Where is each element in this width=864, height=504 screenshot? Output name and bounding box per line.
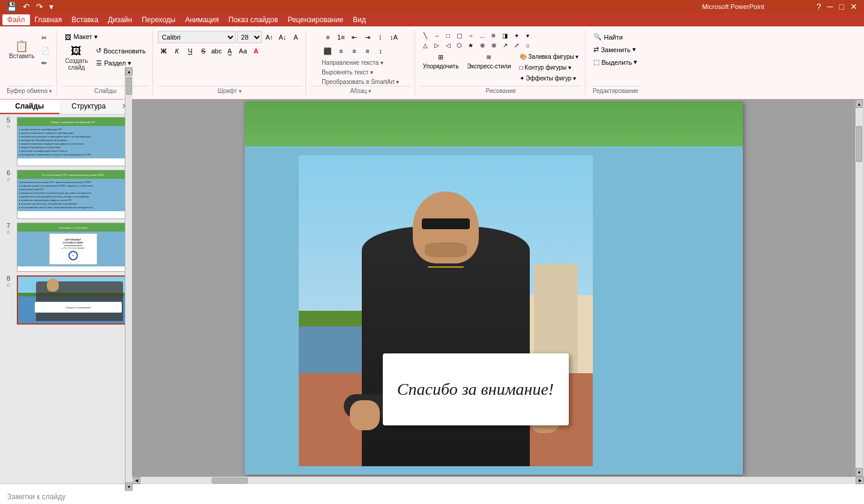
bullets-btn[interactable]: ≡: [322, 31, 334, 43]
new-slide-btn[interactable]: 🖼 Создатьслайд: [62, 44, 91, 73]
shape-rect[interactable]: □: [443, 31, 454, 40]
align-center-btn[interactable]: ≡: [335, 45, 347, 57]
slide-panel-tabs: Слайды Структура ✕: [0, 100, 131, 115]
minimize-btn[interactable]: ─: [826, 2, 835, 11]
slide-thumb-5[interactable]: Порядок проведения сертификации ПО ▸ пер…: [17, 117, 129, 166]
slide-thumb-6[interactable]: Что обеспечивает ПО с признанными им рол…: [17, 170, 129, 219]
clear-format-btn[interactable]: A: [290, 31, 302, 43]
shape-fill-btn[interactable]: 🎨 Заливка фигуры ▾: [517, 52, 582, 62]
menu-insert[interactable]: Вставка: [67, 14, 103, 25]
menu-file[interactable]: Файл: [2, 14, 30, 25]
shape-5[interactable]: ⬡: [454, 41, 465, 49]
shape-effects[interactable]: ✦: [511, 31, 522, 40]
find-btn[interactable]: 🔍 Найти: [590, 31, 625, 43]
save-icon[interactable]: 💾: [5, 2, 19, 11]
spacing-btn[interactable]: A̲: [224, 45, 236, 57]
decrease-indent-btn[interactable]: ⇤: [348, 31, 360, 43]
format-painter-btn[interactable]: ✏: [38, 58, 53, 69]
numbering-btn[interactable]: 1≡: [335, 31, 347, 43]
canvas-scroll-up-btn[interactable]: ▲: [856, 100, 863, 108]
shape-arrow[interactable]: →: [431, 31, 442, 40]
font-case-btn[interactable]: Аа: [237, 45, 249, 57]
canvas-scroll-right-btn[interactable]: ▶: [856, 477, 864, 484]
shape-line[interactable]: ╲: [420, 31, 431, 40]
canvas-scroll-track[interactable]: [856, 108, 863, 468]
text-direction-btn[interactable]: ↕A: [388, 31, 400, 43]
maximize-btn[interactable]: □: [838, 2, 846, 11]
canvas-scroll-left-btn[interactable]: ◀: [132, 477, 140, 484]
increase-font-btn[interactable]: A↑: [263, 31, 275, 43]
italic-btn[interactable]: К: [171, 45, 183, 57]
canvas-scroll-h-track[interactable]: [140, 477, 856, 484]
menu-animation[interactable]: Анимация: [180, 14, 223, 25]
shape-outline-btn[interactable]: □ Контур фигуры ▾: [517, 62, 582, 73]
strikethrough-btn[interactable]: S: [197, 45, 209, 57]
quick-styles-btn[interactable]: ≋ Экспресс-стили: [464, 52, 514, 71]
replace-btn[interactable]: ⇄ Заменить ▾: [590, 44, 638, 55]
canvas-scroll-down-btn[interactable]: ▼: [856, 468, 863, 476]
scrollbar-thumb[interactable]: [126, 77, 132, 95]
line-spacing-btn[interactable]: ↕: [374, 45, 386, 57]
shape-6[interactable]: ★: [466, 41, 476, 49]
canvas-scroll-h-thumb[interactable]: [212, 478, 248, 484]
cut-btn[interactable]: ✂: [38, 32, 53, 44]
shape-7[interactable]: ⊕: [477, 41, 488, 49]
slide-thumb-8[interactable]: Спасибо за внимание!: [17, 275, 129, 325]
undo-icon[interactable]: ↶: [21, 2, 32, 11]
canvas-area[interactable]: Спасибо за внимание!: [132, 100, 855, 476]
font-size-select[interactable]: 28: [237, 31, 262, 43]
close-btn[interactable]: ✕: [848, 2, 859, 11]
shape-more[interactable]: …: [477, 31, 488, 40]
scrollbar-down-btn[interactable]: ▼: [125, 482, 133, 491]
menu-review[interactable]: Рецензирование: [283, 14, 348, 25]
decrease-font-btn[interactable]: A↓: [277, 31, 289, 43]
customize-icon[interactable]: ▾: [47, 2, 55, 11]
slide-item-6[interactable]: 6 ☆ Что обеспечивает ПО с признанными им…: [2, 170, 129, 219]
menu-view[interactable]: Вид: [348, 14, 371, 25]
shadow-btn[interactable]: abc: [211, 45, 223, 57]
align-left-btn[interactable]: ⬛: [322, 45, 334, 57]
columns-btn[interactable]: ⫶: [374, 31, 386, 43]
layout-btn[interactable]: 🖼 Макет ▾: [62, 31, 100, 43]
justify-btn[interactable]: ≡: [361, 45, 373, 57]
tab-slides[interactable]: Слайды: [0, 100, 59, 114]
section-btn[interactable]: ☰ Раздел ▾: [93, 58, 148, 69]
menu-slideshow[interactable]: Показ слайдов: [224, 14, 283, 25]
shape-3[interactable]: ▷: [431, 41, 442, 49]
shape-2[interactable]: △: [420, 41, 431, 49]
tab-structure[interactable]: Структура: [59, 100, 119, 114]
align-right-btn[interactable]: ≡: [348, 45, 360, 57]
menu-design[interactable]: Дизайн: [103, 14, 137, 25]
shape-fill[interactable]: ◨: [500, 31, 511, 40]
menu-transitions[interactable]: Переходы: [137, 14, 180, 25]
shape-extra[interactable]: ▾: [523, 31, 533, 40]
font-name-select[interactable]: Calibri: [158, 31, 236, 43]
shape-rounded-rect[interactable]: ▢: [454, 31, 465, 40]
shape-arrange-btn[interactable]: ⊞: [488, 31, 499, 40]
shape-9[interactable]: ↗: [500, 41, 511, 49]
bold-btn[interactable]: Ж: [158, 45, 170, 57]
shape-11[interactable]: ⌂: [523, 41, 533, 49]
slide-thumb-7[interactable]: Сертификат соответствия СЕРТИФИКАТСООТВЕ…: [17, 223, 129, 272]
slide-item-5[interactable]: 5 ☆ Порядок проведения сертификации ПО ▸…: [2, 117, 129, 166]
redo-icon[interactable]: ↷: [34, 2, 45, 11]
increase-indent-btn[interactable]: ⇥: [361, 31, 373, 43]
select-btn[interactable]: ⬚ Выделить ▾: [590, 56, 640, 68]
slide-item-8[interactable]: 8 ☆ Спасибо за внимание!: [2, 275, 129, 325]
font-color-btn[interactable]: A: [250, 45, 262, 57]
scrollbar-up-btn[interactable]: ▲: [125, 67, 133, 76]
arrange-btn[interactable]: ⊞ Упорядочить: [420, 52, 462, 71]
slide-item-7[interactable]: 7 ☆ Сертификат соответствия СЕРТИФИКАТСО…: [2, 223, 129, 272]
copy-btn[interactable]: 📄: [38, 45, 53, 56]
canvas-scroll-thumb[interactable]: [856, 126, 862, 162]
menu-home[interactable]: Главная: [30, 14, 67, 25]
underline-btn[interactable]: Ч: [184, 45, 196, 57]
paste-btn[interactable]: 📋 Вставить: [6, 31, 37, 69]
shape-10[interactable]: ⤢: [511, 41, 522, 49]
help-icon[interactable]: ?: [815, 2, 823, 11]
shape-4[interactable]: ◁: [443, 41, 454, 49]
restore-btn[interactable]: ↺ Восстановить: [93, 45, 148, 56]
shape-circle[interactable]: ○: [466, 31, 476, 40]
shape-effects-btn[interactable]: ✦ Эффекты фигур ▾: [517, 73, 582, 83]
shape-8[interactable]: ⊗: [488, 41, 499, 49]
